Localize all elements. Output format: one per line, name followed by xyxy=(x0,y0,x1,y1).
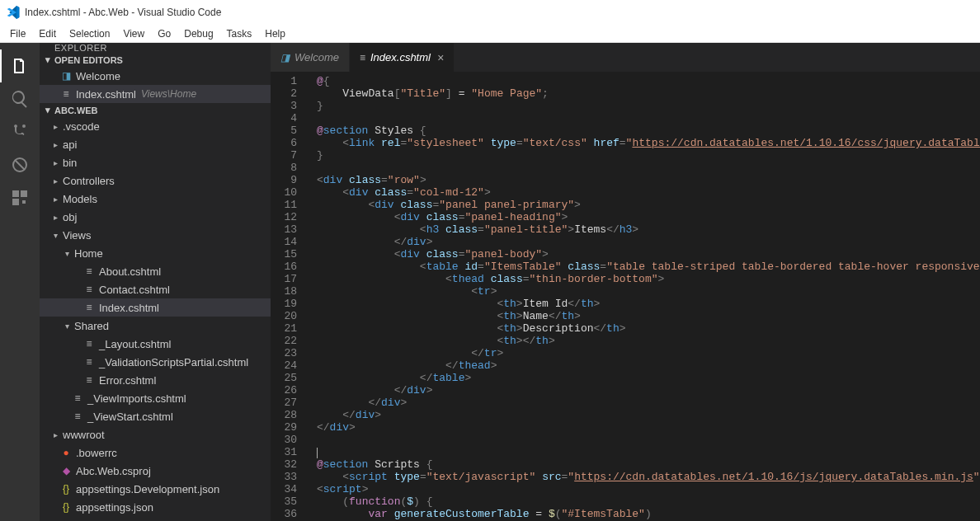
razor-icon: ≡ xyxy=(82,338,96,350)
file-tree-item[interactable]: ▸bin xyxy=(40,153,271,171)
file-tree-item[interactable]: ▸Models xyxy=(40,190,271,208)
file-tree-item[interactable]: ≡About.cshtml xyxy=(40,262,271,280)
tree-arrow-icon: ▾ xyxy=(63,249,71,258)
open-editors-header[interactable]: ▾ OPEN EDITORS xyxy=(40,53,271,67)
tree-arrow-icon: ▸ xyxy=(51,213,59,222)
file-tree-item[interactable]: ≡_ViewStart.cshtml xyxy=(40,407,271,425)
file-tree-item[interactable]: ≡_ViewImports.cshtml xyxy=(40,389,271,407)
file-tree-item[interactable]: ◆Abc.Web.csproj xyxy=(40,462,271,480)
vs-icon: ◨ xyxy=(280,52,290,63)
menu-view[interactable]: View xyxy=(116,28,151,40)
tree-arrow-icon: ▸ xyxy=(51,430,59,439)
file-tree-item[interactable]: ▾Shared xyxy=(40,317,271,335)
json-icon: {} xyxy=(59,501,73,513)
line-number-gutter: 1234567891011121314151617181920212223242… xyxy=(271,72,312,521)
razor-icon: ≡ xyxy=(59,88,73,100)
file-tree-item[interactable]: ≡_ValidationScriptsPartial.cshtml xyxy=(40,353,271,371)
tree-arrow-icon: ▸ xyxy=(51,158,59,167)
editor-tabs: ◨Welcome≡Index.cshtml× xyxy=(271,43,980,72)
razor-icon: ≡ xyxy=(71,392,84,404)
razor-icon: ≡ xyxy=(82,265,96,277)
csproj-icon: ◆ xyxy=(59,465,73,476)
vscode-icon xyxy=(7,6,20,19)
menu-selection[interactable]: Selection xyxy=(63,28,116,40)
razor-icon: ≡ xyxy=(360,52,365,63)
code-editor[interactable]: 1234567891011121314151617181920212223242… xyxy=(271,72,980,521)
tree-arrow-icon: ▸ xyxy=(51,140,59,149)
razor-icon: ≡ xyxy=(82,374,96,386)
menu-edit[interactable]: Edit xyxy=(32,28,63,40)
code-content[interactable]: @{ ViewData["Title"] = "Home Page";} @se… xyxy=(312,72,980,521)
razor-icon: ≡ xyxy=(82,302,96,313)
menu-bar: FileEditSelectionViewGoDebugTasksHelp xyxy=(0,25,980,43)
vs-icon: ◨ xyxy=(59,70,73,82)
sidebar: EXPLORER ▾ OPEN EDITORS ◨Welcome≡Index.c… xyxy=(40,43,271,521)
tree-arrow-icon: ▸ xyxy=(51,195,59,204)
window-title: Index.cshtml - Abc.Web - Visual Studio C… xyxy=(25,7,221,18)
razor-icon: ≡ xyxy=(82,284,96,295)
file-tree-item[interactable]: {}appsettings.Development.json xyxy=(40,480,271,498)
chevron-down-icon: ▾ xyxy=(43,54,53,65)
file-tree-item[interactable]: ▸.vscode xyxy=(40,117,271,135)
tree-arrow-icon: ▾ xyxy=(51,231,59,240)
razor-icon: ≡ xyxy=(82,356,96,368)
open-editor-item[interactable]: ◨Welcome xyxy=(40,67,271,85)
json-icon: {} xyxy=(59,483,73,495)
file-tree-item[interactable]: ●bower.json xyxy=(40,516,271,521)
editor-tab[interactable]: ◨Welcome xyxy=(271,43,350,72)
file-tree-item[interactable]: ▸obj xyxy=(40,208,271,226)
chevron-down-icon: ▾ xyxy=(43,105,53,115)
file-tree-item[interactable]: ≡Error.cshtml xyxy=(40,371,271,389)
menu-help[interactable]: Help xyxy=(258,28,292,40)
menu-tasks[interactable]: Tasks xyxy=(220,28,259,40)
file-tree-item[interactable]: ≡Contact.cshtml xyxy=(40,280,271,298)
file-tree-item[interactable]: ●.bowerrc xyxy=(40,444,271,462)
file-tree-item[interactable]: ▸Controllers xyxy=(40,171,271,190)
file-tree-item[interactable]: ▸wwwroot xyxy=(40,425,271,444)
activity-search-icon[interactable] xyxy=(0,82,40,115)
activity-bar xyxy=(0,43,40,521)
menu-debug[interactable]: Debug xyxy=(177,28,219,40)
window-titlebar: Index.cshtml - Abc.Web - Visual Studio C… xyxy=(0,0,980,25)
file-tree-item[interactable]: ≡Index.cshtml xyxy=(40,298,271,317)
tree-arrow-icon: ▸ xyxy=(51,122,59,131)
file-tree-item[interactable]: {}appsettings.json xyxy=(40,498,271,516)
editor-tab[interactable]: ≡Index.cshtml× xyxy=(350,43,455,72)
file-tree-item[interactable]: ▾Home xyxy=(40,244,271,262)
activity-debug-icon[interactable] xyxy=(0,148,40,181)
close-icon[interactable]: × xyxy=(437,51,444,64)
activity-extensions-icon[interactable] xyxy=(0,181,40,214)
activity-explorer-icon[interactable] xyxy=(0,49,40,82)
razor-icon: ≡ xyxy=(71,411,84,422)
project-header[interactable]: ▾ ABC.WEB xyxy=(40,103,271,117)
open-editor-item[interactable]: ≡Index.cshtmlViews\Home xyxy=(40,85,271,103)
menu-file[interactable]: File xyxy=(3,28,32,40)
tree-arrow-icon: ▾ xyxy=(63,322,71,331)
file-tree-item[interactable]: ▾Views xyxy=(40,226,271,244)
tree-arrow-icon: ▸ xyxy=(51,176,59,185)
bower-icon: ● xyxy=(59,447,73,458)
menu-go[interactable]: Go xyxy=(151,28,177,40)
editor-area: ◨Welcome≡Index.cshtml× 12345678910111213… xyxy=(271,43,980,521)
file-tree-item[interactable]: ≡_Layout.cshtml xyxy=(40,335,271,353)
file-tree-item[interactable]: ▸api xyxy=(40,135,271,153)
sidebar-title: EXPLORER xyxy=(40,43,271,53)
activity-sourcecontrol-icon[interactable] xyxy=(0,115,40,148)
